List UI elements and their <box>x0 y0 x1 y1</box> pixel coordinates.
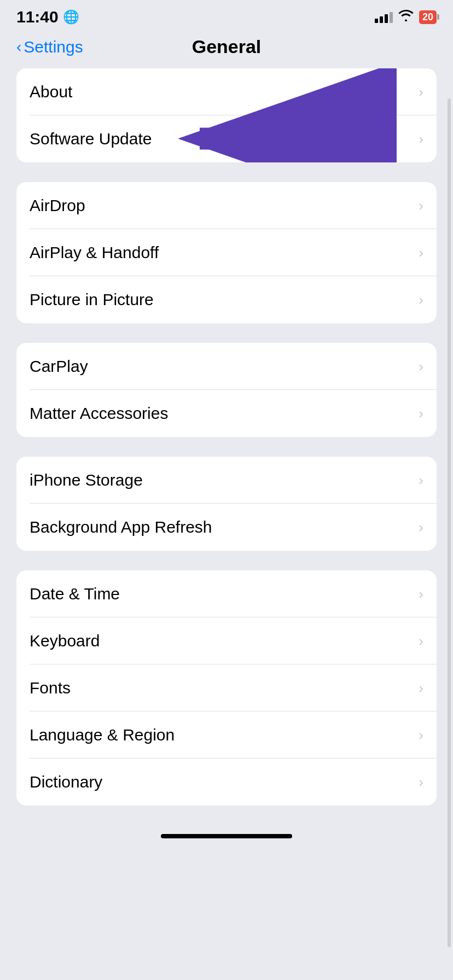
background-app-refresh-right: › <box>419 519 423 536</box>
software-update-chevron-icon: › <box>419 131 423 148</box>
settings-row-carplay[interactable]: CarPlay › <box>16 343 437 390</box>
nav-header: ‹ Settings General <box>0 31 453 68</box>
settings-row-software-update[interactable]: Software Update › <box>16 115 437 162</box>
home-indicator <box>0 825 453 844</box>
battery-icon: 20 <box>419 10 437 24</box>
carplay-right: › <box>419 358 423 375</box>
fonts-right: › <box>419 680 423 697</box>
about-chevron-icon: › <box>419 84 423 101</box>
dictionary-label: Dictionary <box>30 773 102 791</box>
carplay-label: CarPlay <box>30 357 88 376</box>
airdrop-chevron-icon: › <box>419 197 423 214</box>
picture-in-picture-label: Picture in Picture <box>30 290 154 309</box>
settings-group-1: About › Software Update › <box>16 68 437 162</box>
status-time: 11:40 🌐 <box>16 8 79 26</box>
date-time-chevron-icon: › <box>419 586 423 603</box>
settings-row-matter-accessories[interactable]: Matter Accessories › <box>16 390 437 437</box>
page-title: General <box>192 36 262 57</box>
airplay-handoff-label: AirPlay & Handoff <box>30 243 159 262</box>
scroll-indicator[interactable] <box>448 98 451 947</box>
settings-row-keyboard[interactable]: Keyboard › <box>16 617 437 664</box>
matter-accessories-right: › <box>419 405 423 422</box>
matter-accessories-label: Matter Accessories <box>30 404 168 423</box>
settings-row-airdrop[interactable]: AirDrop › <box>16 182 437 229</box>
wifi-icon <box>398 9 414 25</box>
keyboard-chevron-icon: › <box>419 633 423 650</box>
airplay-handoff-chevron-icon: › <box>419 244 423 261</box>
settings-row-dictionary[interactable]: Dictionary › <box>16 759 437 806</box>
about-label: About <box>30 83 72 101</box>
settings-row-airplay-handoff[interactable]: AirPlay & Handoff › <box>16 229 437 276</box>
fonts-label: Fonts <box>30 679 71 697</box>
back-button[interactable]: ‹ Settings <box>16 38 83 56</box>
language-region-label: Language & Region <box>30 726 175 744</box>
airdrop-label: AirDrop <box>30 196 85 215</box>
settings-group-2: AirDrop › AirPlay & Handoff › Picture in… <box>16 182 437 323</box>
background-app-refresh-chevron-icon: › <box>419 519 423 536</box>
software-update-right: › <box>419 131 423 148</box>
software-update-label: Software Update <box>30 130 152 148</box>
back-label[interactable]: Settings <box>24 38 83 56</box>
date-time-right: › <box>419 586 423 603</box>
picture-in-picture-chevron-icon: › <box>419 291 423 308</box>
background-app-refresh-label: Background App Refresh <box>30 518 212 536</box>
home-bar <box>161 834 292 838</box>
date-time-label: Date & Time <box>30 585 120 603</box>
iphone-storage-label: iPhone Storage <box>30 471 143 489</box>
settings-group-4: iPhone Storage › Background App Refresh … <box>16 457 437 551</box>
settings-row-fonts[interactable]: Fonts › <box>16 664 437 711</box>
carplay-chevron-icon: › <box>419 358 423 375</box>
matter-accessories-chevron-icon: › <box>419 405 423 422</box>
settings-row-picture-in-picture[interactable]: Picture in Picture › <box>16 276 437 323</box>
iphone-storage-chevron-icon: › <box>419 472 423 489</box>
airplay-handoff-right: › <box>419 244 423 261</box>
language-region-right: › <box>419 727 423 744</box>
globe-icon: 🌐 <box>63 9 79 25</box>
iphone-storage-right: › <box>419 472 423 489</box>
keyboard-label: Keyboard <box>30 632 100 650</box>
settings-content: About › Software Update › AirDr <box>0 68 453 806</box>
settings-row-iphone-storage[interactable]: iPhone Storage › <box>16 457 437 504</box>
about-right: › <box>419 84 423 101</box>
settings-row-date-time[interactable]: Date & Time › <box>16 570 437 617</box>
dictionary-right: › <box>419 774 423 791</box>
keyboard-right: › <box>419 633 423 650</box>
language-region-chevron-icon: › <box>419 727 423 744</box>
settings-row-language-region[interactable]: Language & Region › <box>16 711 437 759</box>
settings-group-3: CarPlay › Matter Accessories › <box>16 343 437 437</box>
airdrop-right: › <box>419 197 423 214</box>
settings-row-background-app-refresh[interactable]: Background App Refresh › <box>16 504 437 551</box>
dictionary-chevron-icon: › <box>419 774 423 791</box>
status-bar: 11:40 🌐 20 <box>0 0 453 31</box>
status-icons: 20 <box>375 9 437 25</box>
settings-group-5: Date & Time › Keyboard › Fonts › Languag… <box>16 570 437 806</box>
arrow-annotation <box>16 139 17 139</box>
picture-in-picture-right: › <box>419 291 423 308</box>
back-chevron-icon: ‹ <box>16 38 21 56</box>
signal-icon <box>375 11 393 23</box>
fonts-chevron-icon: › <box>419 680 423 697</box>
settings-row-about[interactable]: About › <box>16 68 437 115</box>
